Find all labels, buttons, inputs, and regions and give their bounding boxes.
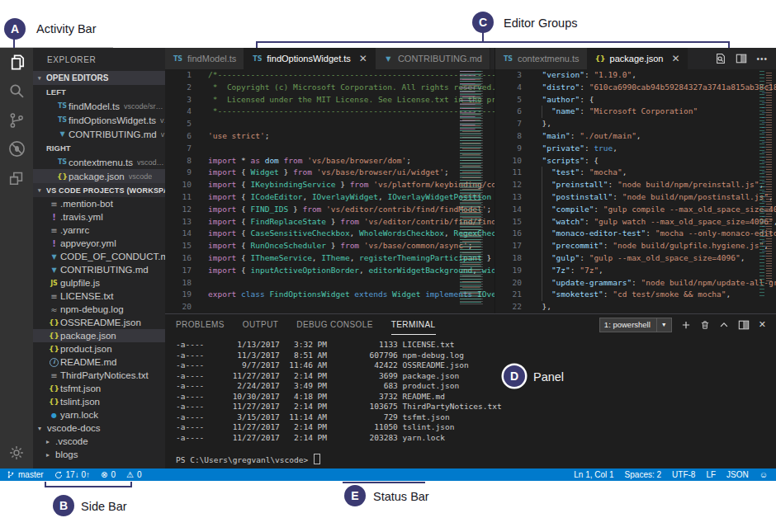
open-editor-item[interactable]: TSfindModel.tsvscode/src/vs/... (33, 99, 165, 113)
tree-item-file[interactable]: ▼CONTRIBUTING.md (33, 263, 165, 276)
token: *---------------------------------------… (208, 106, 494, 115)
code-line: 15 "watch": "gulp watch --max_old_space_… (495, 216, 776, 228)
open-editors-header-label: OPEN EDITORS (46, 73, 108, 82)
tree-item-folder[interactable]: ▸.vscode (33, 435, 165, 448)
tree-item-file[interactable]: iREADME.md (33, 355, 165, 369)
tab-CONTRIBUTING.md[interactable]: ▼CONTRIBUTING.md (376, 48, 490, 69)
editor-right-code[interactable]: 3 "version": "1.19.0",4 "distro": "610ca… (495, 69, 776, 313)
tree-item-file[interactable]: {}package.json (33, 329, 165, 342)
tree-item-file[interactable]: ≈npm-debug.log (33, 303, 165, 316)
panel-tab-debug-console[interactable]: DEBUG CONSOLE (296, 314, 372, 335)
tree-item-name: CONTRIBUTING.md (60, 265, 149, 275)
activity-bar-item-explorer[interactable] (0, 48, 33, 77)
more-actions-icon[interactable]: ••• (756, 54, 768, 64)
open-editor-item[interactable]: TScontextmenu.tsvscode/src/... (33, 155, 165, 169)
status-item-error[interactable]: ⊗0 (101, 470, 116, 479)
status-item-utf-8[interactable]: UTF-8 (672, 470, 695, 479)
tree-item-file[interactable]: !appveyor.yml (33, 237, 165, 250)
code-text: import { RunOnceScheduler } from 'vs/bas… (192, 240, 472, 252)
terminal-picker-dropdown[interactable]: 1: powershell▼ (599, 318, 672, 332)
token: from (284, 156, 303, 165)
token: : (570, 266, 580, 275)
activity-bar-item-search[interactable] (0, 77, 33, 106)
tree-item-file[interactable]: {}OSSREADME.json (33, 316, 165, 329)
status-item-smiley[interactable]: ☺ (759, 470, 768, 479)
tree-item-file[interactable]: ▼CODE_OF_CONDUCT.md (33, 250, 165, 263)
token: 'vs/base/browser/dom' (302, 156, 406, 165)
activity-bar-item-extensions[interactable] (0, 163, 33, 192)
twisty-collapsed-icon: ▸ (46, 451, 55, 459)
tab-findModel.ts[interactable]: TSfindModel.ts (165, 48, 244, 69)
code-line: 15import { RunOnceScheduler } from 'vs/b… (165, 240, 494, 252)
token: : (580, 106, 589, 115)
activity-bar-item-settings-gear[interactable] (0, 438, 33, 467)
open-editor-item[interactable]: {}package.jsonvscode (33, 169, 165, 183)
tree-item-folder[interactable]: ▾vscode-docs (33, 421, 165, 435)
tree-item-file[interactable]: ≡.yarnrc (33, 224, 165, 237)
token: import (208, 167, 236, 177)
status-item-warning[interactable]: ⚠0 (126, 470, 142, 479)
status-item-lf[interactable]: LF (706, 470, 716, 479)
open-preview-icon[interactable] (715, 53, 726, 64)
activity-bar-item-source-control[interactable] (0, 106, 33, 134)
status-item-sync[interactable]: 17↓ 0↑ (54, 470, 90, 479)
tab-close-icon[interactable]: ✕ (359, 53, 367, 64)
minimap[interactable] (460, 71, 485, 305)
tab-findOptionsWidget.ts[interactable]: TSfindOptionsWidget.ts✕ (244, 48, 376, 69)
token: 'vs/base/browser/ui/widget' (312, 167, 444, 177)
status-item-label: 0 (111, 470, 116, 479)
ts-file-icon: TS (173, 55, 183, 63)
tree-item-folder[interactable]: ▸blogs (33, 448, 165, 461)
line-number: 18 (165, 277, 192, 290)
token: : (580, 167, 589, 177)
tab-contextmenu.ts[interactable]: TScontextmenu.ts (495, 48, 588, 69)
kill-terminal-icon[interactable] (700, 320, 710, 330)
terminal-prompt[interactable]: PS C:\Users\gregvanl\vscode> (176, 454, 320, 464)
open-editors-header[interactable]: ▾OPEN EDITORS (33, 71, 165, 85)
tree-item-file[interactable]: JSgulpfile.js (33, 276, 165, 290)
panel-tab-output[interactable]: OUTPUT (243, 314, 279, 335)
new-terminal-icon[interactable] (681, 320, 691, 330)
maximize-panel-icon[interactable] (719, 320, 729, 330)
editor-left-code[interactable]: 1/*-------------------------------------… (165, 69, 494, 313)
activity-bar-item-debug[interactable] (0, 134, 33, 163)
tree-item-file[interactable]: ≡.mention-bot (33, 197, 165, 210)
status-item-json[interactable]: JSON (726, 470, 749, 479)
twisty-expanded-icon: ▾ (38, 425, 47, 432)
code-line: 4 "distro": "610ca6990cab94b59284327a374… (495, 82, 776, 94)
status-item-ln-1-col-1[interactable]: Ln 1, Col 1 (574, 470, 613, 479)
close-icon[interactable]: ✕ (759, 319, 766, 330)
tree-item-file[interactable]: {}tslint.json (33, 395, 165, 408)
tree-item-file[interactable]: ≡LICENSE.txt (33, 290, 165, 303)
tree-item-name: vscode-docs (47, 423, 101, 433)
workspace-header[interactable]: ▾VS CODE PROJECTS (WORKSPACE) (33, 183, 165, 197)
overview-ruler[interactable] (758, 71, 773, 310)
token: , (359, 266, 368, 275)
status-item-spaces-2[interactable]: Spaces: 2 (625, 470, 661, 479)
token: export (208, 290, 236, 299)
token: } (326, 217, 340, 226)
split-editor-icon[interactable] (736, 53, 747, 64)
panel-tab-problems[interactable]: PROBLEMS (176, 314, 225, 335)
token: 'use strict' (208, 131, 265, 140)
tree-item-name: LICENSE.txt (60, 291, 114, 301)
tree-item-file[interactable]: ≡ThirdPartyNotices.txt (33, 369, 165, 382)
code-line: 1/*-------------------------------------… (165, 69, 494, 82)
terminal-output[interactable]: -a---- 1/13/2017 3:32 PM 1133 LICENSE.tx… (165, 335, 776, 443)
tree-item-file[interactable]: !.travis.yml (33, 210, 165, 224)
tab-close-icon[interactable]: ✕ (671, 53, 679, 64)
open-editor-item[interactable]: ▼CONTRIBUTING.mdvscode (33, 127, 165, 141)
split-terminal-icon[interactable] (738, 319, 750, 331)
tab-label: contextmenu.ts (518, 54, 580, 64)
token: , (599, 266, 603, 275)
panel-tab-terminal[interactable]: TERMINAL (391, 314, 436, 335)
tab-package.json[interactable]: {}package.json✕ (588, 48, 688, 69)
tree-item-file[interactable]: {}product.json (33, 342, 165, 355)
twisty-expanded-icon: ▾ (38, 187, 46, 194)
tree-item-file[interactable]: {}tsfmt.json (33, 382, 165, 395)
code-line: 13 "postinstall": "node build/npm/postin… (495, 191, 776, 204)
tab-bar-left: TSfindModel.tsTSfindOptionsWidget.ts✕▼CO… (165, 48, 494, 69)
tree-item-file[interactable]: ●yarn.lock (33, 408, 165, 421)
open-editor-item[interactable]: TSfindOptionsWidget.tsvsco... (33, 113, 165, 127)
status-item-git-branch[interactable]: master (7, 470, 44, 479)
